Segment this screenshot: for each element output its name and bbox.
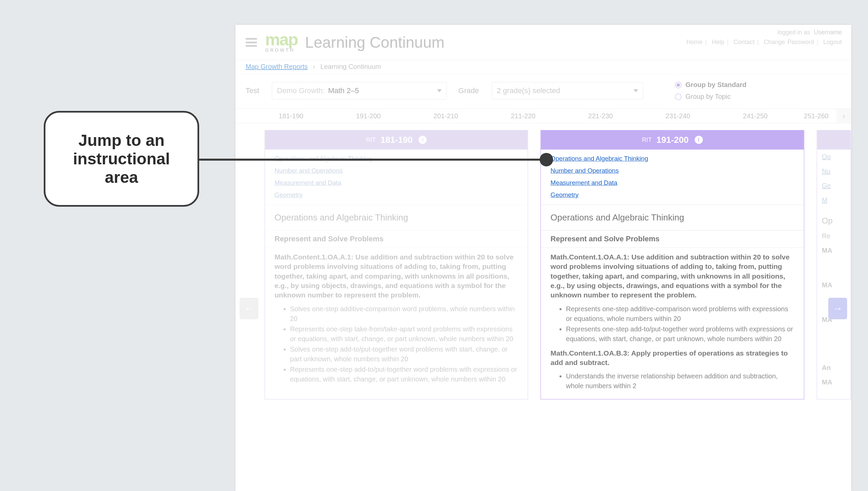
rit-tab[interactable]: 201-210 — [407, 112, 485, 120]
info-icon[interactable]: i — [418, 136, 427, 144]
standard-heading: Math.Content.1.OA.A.1: Use addition and … — [274, 252, 518, 300]
rit-tab[interactable]: 191-200 — [330, 112, 407, 120]
bullet: Represents one-step add-to/put-together … — [566, 324, 794, 344]
rit-tab[interactable]: 221-230 — [562, 112, 639, 120]
jump-link[interactable]: Number and Operations — [550, 167, 619, 174]
breadcrumb-current: Learning Continuum — [320, 63, 381, 70]
next-arrow-icon[interactable]: → — [828, 298, 847, 319]
peek-text: Op — [817, 149, 850, 164]
bullet: Solves one-step additive-comparison word… — [290, 304, 518, 324]
link-help[interactable]: Help — [712, 39, 724, 46]
peek-text: MA — [817, 243, 850, 258]
columns-area: ← RIT 181-190 i Operations and Algebraic… — [236, 123, 851, 491]
rit-column: RIT 181-190 i Operations and Algebraic T… — [265, 130, 528, 400]
logo-sub: GROWTH — [265, 48, 298, 53]
rit-range: 191-200 — [656, 135, 688, 145]
jump-link[interactable]: Geometry — [550, 191, 578, 199]
peek-text: Nu — [817, 164, 850, 178]
section-title: Operations and Algebraic Thinking — [541, 205, 804, 231]
peek-text: An — [817, 360, 850, 375]
radio-group-by-topic[interactable]: Group by Topic — [675, 93, 747, 100]
test-dropdown[interactable]: Demo Growth: Math 2–5 — [272, 82, 447, 99]
peek-text: MA — [817, 375, 850, 389]
logged-in-username: Username — [814, 29, 842, 36]
prev-arrow-icon: ← — [240, 298, 259, 319]
rit-column-peek: Op Nu Ge M Op Re MA MA MA An MA — [816, 130, 851, 400]
bullet: Solves one-step add-to/put-together word… — [290, 344, 518, 364]
standard-block: Math.Content.1.OA.A.1: Use addition and … — [541, 248, 804, 399]
callout-endpoint-icon — [540, 153, 553, 166]
header-right: logged in as Username Home| Help| Contac… — [686, 29, 842, 46]
breadcrumb-root[interactable]: Map Growth Reports — [246, 63, 308, 70]
test-label: Test — [246, 86, 259, 95]
logged-in-prefix: logged in as — [778, 29, 810, 36]
rit-column-header — [817, 130, 850, 149]
standard-bullets: Solves one-step additive-comparison word… — [274, 304, 518, 384]
jump-links: Operations and Algebraic Thinking Number… — [265, 149, 527, 205]
radio-group-by-standard[interactable]: Group by Standard — [675, 81, 747, 89]
header-links: Home| Help| Contact| Change Password| Lo… — [686, 39, 842, 46]
jump-link[interactable]: Geometry — [274, 191, 302, 199]
menu-icon[interactable] — [246, 38, 257, 47]
subsection-title: Represent and Solve Problems — [541, 231, 804, 248]
rit-column-highlight: RIT 191-200 i Operations and Algebraic T… — [540, 130, 804, 400]
header-bar: map GROWTH Learning Continuum logged in … — [236, 25, 851, 60]
grouping-radios: Group by Standard Group by Topic — [675, 81, 747, 100]
jump-link[interactable]: Measurement and Data — [274, 179, 342, 186]
grade-dropdown[interactable]: 2 grade(s) selected — [492, 82, 643, 99]
scroll-right-icon[interactable]: › — [836, 109, 851, 124]
bullet: Represents one-step additive-comparison … — [566, 304, 794, 324]
section-title: Operations and Algebraic Thinking — [265, 205, 527, 231]
peek-text: MA — [817, 278, 850, 292]
rit-tab-strip: 181-190 191-200 201-210 211-220 221-230 … — [236, 109, 851, 123]
radio-icon — [675, 93, 682, 100]
rit-prefix: RIT — [642, 137, 652, 144]
peek-text: Re — [817, 229, 850, 243]
link-contact[interactable]: Contact — [733, 39, 754, 46]
radio-label: Group by Standard — [686, 81, 747, 89]
callout-connector — [199, 158, 546, 161]
filter-bar: Test Demo Growth: Math 2–5 Grade 2 grade… — [236, 74, 851, 109]
bullet: Represents one-step take-from/take-apart… — [290, 324, 518, 344]
standard-bullets: Understands the inverse relationship bet… — [550, 371, 794, 391]
page-title: Learning Continuum — [305, 33, 444, 51]
standard-block: Math.Content.1.OA.A.1: Use addition and … — [265, 248, 527, 392]
link-change-password[interactable]: Change Password — [764, 39, 814, 46]
standard-bullets: Represents one-step additive-comparison … — [550, 304, 794, 344]
breadcrumb: Map Growth Reports › Learning Continuum — [236, 60, 851, 74]
link-home[interactable]: Home — [686, 39, 703, 46]
test-prefix: Demo Growth: — [277, 86, 325, 95]
info-icon[interactable]: i — [695, 136, 703, 144]
peek-text: Op — [817, 213, 850, 229]
rit-tab[interactable]: 211-220 — [485, 112, 562, 120]
product-logo: map GROWTH — [265, 32, 298, 53]
bullet: Represents one-step add-to/put-together … — [290, 365, 518, 384]
logo-main: map — [265, 32, 298, 48]
grade-value: 2 grade(s) selected — [497, 86, 560, 95]
subsection-title: Represent and Solve Problems — [265, 231, 527, 248]
jump-links: Operations and Algebraic Thinking Number… — [541, 149, 804, 205]
callout-text: Jump to an instructional area — [59, 131, 184, 186]
rit-range: 181-190 — [380, 135, 412, 145]
radio-label: Group by Topic — [686, 93, 731, 100]
rit-tab[interactable]: 241-250 — [716, 112, 794, 120]
bullet: Understands the inverse relationship bet… — [566, 371, 794, 391]
peek-text: M — [817, 193, 850, 207]
caret-down-icon — [633, 89, 638, 92]
standard-heading: Math.Content.1.OA.B.3: Apply properties … — [550, 348, 794, 368]
rit-column-header: RIT 191-200 i — [541, 130, 804, 149]
rit-tab[interactable]: 251-260 — [796, 112, 836, 120]
chevron-right-icon: › — [313, 63, 315, 70]
rit-tab[interactable]: 231-240 — [639, 112, 716, 120]
grade-label: Grade — [458, 86, 479, 95]
peek-text: Ge — [817, 178, 850, 193]
standard-heading: Math.Content.1.OA.A.1: Use addition and … — [550, 252, 794, 300]
jump-link[interactable]: Measurement and Data — [550, 179, 617, 186]
rit-column-header: RIT 181-190 i — [265, 130, 527, 149]
rit-tab[interactable]: 181-190 — [252, 112, 330, 120]
rit-prefix: RIT — [366, 137, 376, 144]
radio-icon — [675, 82, 682, 88]
link-logout[interactable]: Logout — [823, 39, 842, 46]
jump-link[interactable]: Operations and Algebraic Thinking — [550, 155, 648, 162]
jump-link[interactable]: Number and Operations — [274, 167, 343, 174]
